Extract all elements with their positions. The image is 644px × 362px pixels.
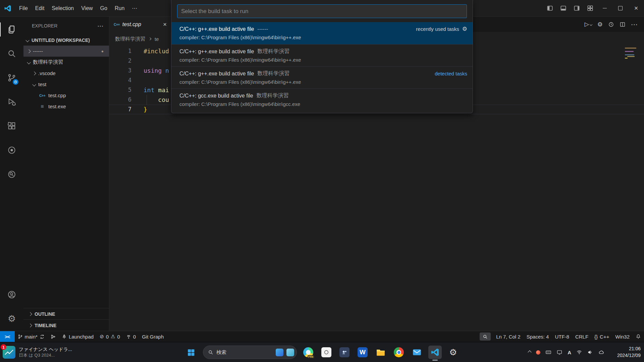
taskbar-app-chrome[interactable] bbox=[392, 346, 406, 359]
toggle-secondary-sidebar-icon[interactable] bbox=[570, 0, 583, 16]
remote-indicator[interactable]: >< bbox=[0, 331, 15, 342]
activity-remote-explorer[interactable] bbox=[0, 138, 23, 162]
detected-tasks-link[interactable]: detected tasks bbox=[435, 71, 467, 76]
tree-item-test-exe[interactable]: ≡ test.exe bbox=[23, 101, 109, 112]
system-tray: A bbox=[528, 342, 604, 362]
explorer-more-actions-icon[interactable]: ⋯ bbox=[97, 22, 104, 30]
platform-status[interactable]: Win32 bbox=[612, 331, 633, 342]
cursor-position-label: Ln 7, Col 2 bbox=[496, 334, 521, 340]
activity-source-control[interactable] bbox=[0, 66, 23, 90]
gitlens-icon bbox=[7, 170, 16, 179]
timeline-history-button[interactable] bbox=[606, 17, 616, 32]
search-placeholder: 検索 bbox=[216, 349, 226, 356]
display-icon[interactable] bbox=[556, 349, 562, 355]
wifi-icon[interactable] bbox=[576, 349, 582, 355]
tree-item-dashes[interactable]: ------ ● bbox=[23, 46, 109, 57]
configure-button[interactable]: ⚙ bbox=[595, 17, 605, 32]
ports-status[interactable]: 0 bbox=[123, 331, 139, 342]
taskbar-search[interactable]: 検索 bbox=[203, 346, 297, 359]
tree-item-folder-math[interactable]: 数理科学演習 bbox=[23, 57, 109, 68]
taskbar-app-word[interactable]: W bbox=[356, 346, 369, 359]
taskbar-app-teams[interactable] bbox=[338, 346, 351, 359]
taskbar-app-vscode[interactable] bbox=[428, 346, 442, 359]
taskbar-app-file-explorer[interactable] bbox=[374, 346, 387, 359]
task-item[interactable]: C/C++: g++.exe build active file ------ … bbox=[171, 22, 473, 44]
tab-close-icon[interactable]: × bbox=[163, 21, 167, 28]
indentation-status[interactable]: Spaces: 4 bbox=[524, 331, 552, 342]
problems-status[interactable]: ⊘ 0 ⚠ 0 bbox=[97, 331, 123, 342]
minimap[interactable] bbox=[623, 47, 639, 59]
window-close-button[interactable]: × bbox=[628, 0, 644, 16]
tree-item-test-folder[interactable]: test bbox=[23, 79, 109, 90]
tray-security-icon[interactable] bbox=[536, 350, 540, 355]
git-graph-label: Git Graph bbox=[142, 334, 164, 340]
activity-extensions[interactable] bbox=[0, 114, 23, 138]
menu-run[interactable]: Run bbox=[111, 0, 128, 16]
launchpad-label: Launchpad bbox=[69, 334, 94, 340]
window-minimize-button[interactable] bbox=[597, 0, 612, 16]
run-file-button[interactable]: ▷ bbox=[582, 17, 594, 32]
titlebar-controls: × bbox=[543, 0, 644, 16]
ime-mode-indicator[interactable]: A bbox=[568, 350, 571, 355]
graph-icon bbox=[51, 334, 56, 339]
quick-pick-input[interactable] bbox=[177, 4, 467, 18]
tab-test-cpp[interactable]: C++ test.cpp × bbox=[109, 17, 170, 32]
task-detail: compiler: C:\Program Files (x86)\mingw64… bbox=[179, 56, 467, 64]
status-bar-right: Ln 7, Col 2 Spaces: 4 UTF-8 CRLF {} C++ … bbox=[477, 331, 644, 342]
toggle-primary-sidebar-icon[interactable] bbox=[543, 0, 556, 16]
vscode-logo-icon bbox=[0, 4, 15, 12]
toggle-panel-icon[interactable] bbox=[556, 0, 570, 16]
timeline-section-header[interactable]: TIMELINE bbox=[23, 319, 109, 331]
activity-gitlens[interactable] bbox=[0, 162, 23, 186]
taskbar-clock[interactable]: 21:06 2024/12/09 bbox=[617, 342, 641, 362]
tray-overflow-chevron-icon[interactable] bbox=[528, 350, 531, 354]
activity-accounts[interactable] bbox=[0, 283, 23, 307]
git-graph-label-button[interactable]: Git Graph bbox=[139, 331, 167, 342]
cursor-position[interactable]: Ln 7, Col 2 bbox=[493, 331, 524, 342]
menu-selection[interactable]: Selection bbox=[48, 0, 77, 16]
outline-section-header[interactable]: OUTLINE bbox=[23, 308, 109, 319]
taskbar-app-settings[interactable]: ⚙ bbox=[446, 346, 460, 359]
task-item[interactable]: C/C++: gcc.exe build active file 数理科学演習 … bbox=[171, 88, 473, 111]
split-editor-button[interactable] bbox=[617, 17, 628, 32]
zoom-indicator[interactable] bbox=[480, 333, 491, 341]
taskbar-app-browser-pre[interactable]: PRE bbox=[302, 346, 315, 359]
start-button[interactable] bbox=[183, 345, 198, 360]
window-maximize-button[interactable] bbox=[612, 0, 628, 16]
task-item[interactable]: C/C++: g++.exe build active file 数理科学演習 … bbox=[171, 44, 473, 66]
menu-edit[interactable]: Edit bbox=[32, 0, 48, 16]
keyboard-icon[interactable] bbox=[545, 349, 551, 355]
warning-icon: ⚠ bbox=[111, 334, 115, 340]
line-number: 6 bbox=[109, 95, 131, 105]
tree-item-test-cpp[interactable]: C++ test.cpp bbox=[23, 90, 109, 101]
menu-file[interactable]: File bbox=[15, 0, 32, 16]
activity-settings[interactable]: ⚙ bbox=[0, 307, 23, 331]
editor-more-actions-icon[interactable]: ⋯ bbox=[629, 17, 640, 32]
menu-go[interactable]: Go bbox=[97, 0, 111, 16]
eol-status[interactable]: CRLF bbox=[572, 331, 591, 342]
notifications-button[interactable] bbox=[633, 331, 644, 342]
activity-search[interactable] bbox=[0, 42, 23, 66]
taskbar-app-white[interactable] bbox=[320, 346, 333, 359]
taskbar-app-mail[interactable] bbox=[410, 346, 424, 359]
breadcrumb-file[interactable]: te bbox=[155, 36, 159, 42]
widgets-button[interactable]: 1 ファイナンス ヘッドラ... 日本 は Q3 2024... bbox=[3, 342, 72, 362]
activity-explorer[interactable] bbox=[0, 17, 23, 42]
language-mode[interactable]: {} C++ bbox=[591, 331, 612, 342]
activity-run-debug[interactable] bbox=[0, 90, 23, 114]
customize-layout-icon[interactable] bbox=[583, 0, 597, 16]
cloud-icon[interactable] bbox=[598, 349, 604, 355]
menu-more[interactable]: ⋯ bbox=[128, 0, 141, 16]
workspace-header[interactable]: UNTITLED (WORKSPACE) bbox=[23, 35, 109, 46]
git-branch-status[interactable]: main* bbox=[15, 331, 48, 342]
launchpad-button[interactable]: Launchpad bbox=[59, 331, 97, 342]
volume-icon[interactable] bbox=[587, 349, 593, 355]
configure-task-gear-icon[interactable]: ⚙ bbox=[462, 25, 467, 33]
task-item[interactable]: C/C++: g++.exe build active file 数理科学演習 … bbox=[171, 66, 473, 88]
git-graph-button[interactable] bbox=[48, 331, 59, 342]
tree-item-vscode-folder[interactable]: .vscode bbox=[23, 68, 109, 79]
encoding-status[interactable]: UTF-8 bbox=[552, 331, 572, 342]
menu-view[interactable]: View bbox=[77, 0, 96, 16]
breadcrumb-folder[interactable]: 数理科学演習 bbox=[115, 36, 145, 42]
tree-item-label: test.cpp bbox=[48, 93, 66, 98]
